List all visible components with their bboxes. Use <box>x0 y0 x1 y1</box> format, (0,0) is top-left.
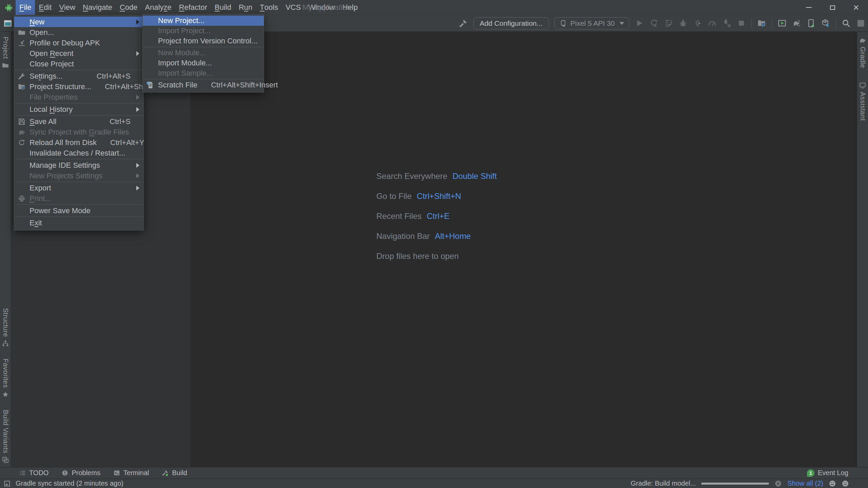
happy-feedback-icon[interactable] <box>829 480 836 487</box>
menu-item-save-all[interactable]: Save AllCtrl+S <box>14 116 143 127</box>
toolwindow-label: TODO <box>29 469 48 477</box>
tool-stripe-button-favorites[interactable]: Favorites <box>2 359 9 398</box>
menu-item-label: Local History <box>29 105 73 114</box>
tool-stripe-button-assistant[interactable]: Assistant <box>859 82 867 121</box>
toolwindow-button-todo[interactable]: TODO <box>19 469 48 477</box>
menu-item-invalidate-caches-restart[interactable]: Invalidate Caches / Restart... <box>14 148 143 158</box>
menubar-item-analyze[interactable]: Analyze <box>141 0 175 15</box>
menu-item-scratch-file[interactable]: Scratch FileCtrl+Alt+Shift+Insert <box>143 80 264 90</box>
tool-stripe-button-build-variants[interactable]: Build Variants <box>2 410 9 464</box>
profile-icon <box>18 39 26 47</box>
menubar-item-navigate[interactable]: Navigate <box>79 0 116 15</box>
build-hammer-icon[interactable] <box>459 19 468 28</box>
menu-item-label: Export <box>29 184 51 192</box>
menu-separator <box>15 182 143 182</box>
attach-debugger-icon[interactable] <box>722 19 731 28</box>
menu-icon-spacer <box>146 69 155 77</box>
apply-code-changes-icon[interactable] <box>693 19 702 28</box>
run-icon[interactable] <box>635 19 644 28</box>
menu-item-print: Print... <box>14 193 143 204</box>
gradle-sync-icon[interactable] <box>792 19 801 28</box>
menu-item-new[interactable]: New <box>14 17 143 27</box>
project-structure-icon <box>18 83 26 91</box>
menu-item-local-history[interactable]: Local History <box>14 104 143 115</box>
device-manager-icon[interactable] <box>807 19 816 28</box>
tool-stripe-button-structure[interactable]: Structure <box>2 308 9 347</box>
profile-icon[interactable] <box>708 19 717 28</box>
minimize-button[interactable] <box>797 0 821 15</box>
shortcut-tip-row: Search EverywhereDouble Shift <box>376 166 497 186</box>
submenu-arrow <box>135 174 139 178</box>
project-structure-icon[interactable] <box>757 19 766 28</box>
menubar-item-run[interactable]: Run <box>235 0 256 15</box>
menu-item-label: Settings... <box>29 72 63 81</box>
menu-item-open[interactable]: Open... <box>14 27 143 38</box>
tip-shortcut: Ctrl+E <box>427 211 449 221</box>
menubar-item-tools[interactable]: Tools <box>256 0 282 15</box>
menubar-item-code[interactable]: Code <box>116 0 141 15</box>
menu-item-label: Project from Version Control... <box>158 37 257 45</box>
menu-item-new-projects-settings: New Projects Settings <box>14 170 143 181</box>
device-selector[interactable]: Pixel 5 API 30 <box>554 17 629 29</box>
toolwindow-button-terminal[interactable]: Terminal <box>113 469 149 477</box>
menu-item-new-project[interactable]: New Project... <box>143 16 264 26</box>
tool-stripe-label: Assistant <box>859 92 867 121</box>
submenu-arrow <box>135 95 139 100</box>
menu-item-label: Scratch File <box>158 81 197 89</box>
menu-item-sync-project-with-gradle-files: Sync Project with Gradle Files <box>14 127 143 137</box>
window-play-icon[interactable] <box>777 19 787 28</box>
menu-item-label: Manage IDE Settings <box>29 161 100 170</box>
tool-stripe-button-gradle[interactable]: Gradle <box>859 37 867 68</box>
toggle-toolwindows-icon[interactable] <box>3 480 11 487</box>
scratch-icon <box>146 81 155 89</box>
menu-item-reload-all-from-disk[interactable]: Reload All from DiskCtrl+Alt+Y <box>14 137 143 148</box>
add-configuration-button[interactable]: Add Configuration... <box>473 17 549 29</box>
elephant-icon <box>859 37 866 44</box>
menu-item-label: New Project... <box>158 16 204 25</box>
menu-item-project-from-version-control[interactable]: Project from Version Control... <box>143 36 264 46</box>
menubar-item-view[interactable]: View <box>55 0 79 15</box>
apply-changes-restart-icon[interactable]: A <box>649 19 658 28</box>
android-studio-window: FileEditViewNavigateCodeAnalyzeRefactorB… <box>0 0 868 488</box>
menu-item-label: File Properties <box>29 93 78 102</box>
menu-item-close-project[interactable]: Close Project <box>14 59 143 69</box>
event-log-button[interactable]: 1 Event Log <box>807 467 848 479</box>
menu-item-import-module[interactable]: Import Module... <box>143 58 264 68</box>
menubar-item-vcs[interactable]: VCS <box>282 0 304 15</box>
menu-item-settings[interactable]: Settings...Ctrl+Alt+S <box>14 71 143 81</box>
sdk-manager-icon[interactable] <box>821 19 830 28</box>
tool-window-icon[interactable] <box>3 19 12 28</box>
run-with-coverage-icon[interactable] <box>664 19 673 28</box>
menu-item-profile-or-debug-apk[interactable]: Profile or Debug APK <box>14 38 143 48</box>
sad-feedback-icon[interactable] <box>842 480 849 487</box>
maximize-button[interactable] <box>821 0 844 15</box>
menubar-item-refactor[interactable]: Refactor <box>175 0 211 15</box>
menu-item-power-save-mode[interactable]: Power Save Mode <box>14 205 143 216</box>
menubar-item-build[interactable]: Build <box>211 0 235 15</box>
search-everywhere-icon[interactable] <box>842 19 851 28</box>
debug-icon[interactable] <box>678 19 688 28</box>
cancel-icon[interactable] <box>774 480 782 487</box>
toolwindow-button-build[interactable]: Build <box>162 469 187 477</box>
menubar-item-file[interactable]: File <box>16 0 35 15</box>
file-menu: NewOpen...Profile or Debug APKOpen Recen… <box>14 15 144 230</box>
toolwindow-button-problems[interactable]: Problems <box>61 469 100 477</box>
close-button[interactable]: × <box>844 0 868 15</box>
show-all-link[interactable]: Show all (2) <box>787 480 823 487</box>
menu-separator <box>15 217 143 217</box>
gradle-task-label: Gradle: Build model... <box>631 480 696 487</box>
menu-icon-spacer <box>18 219 26 227</box>
menu-icon-spacer <box>18 207 26 215</box>
menu-item-open-recent[interactable]: Open Recent <box>14 48 143 59</box>
menu-item-exit[interactable]: Exit <box>14 218 143 228</box>
menubar-item-edit[interactable]: Edit <box>35 0 55 15</box>
tool-stripe-button-project[interactable]: Project <box>2 37 9 69</box>
menu-item-export[interactable]: Export <box>14 183 143 193</box>
shortcut-tips: Search EverywhereDouble ShiftGo to FileC… <box>376 166 497 266</box>
menu-item-project-structure[interactable]: Project Structure...Ctrl+Alt+Shift+S <box>14 81 143 92</box>
menu-item-manage-ide-settings[interactable]: Manage IDE Settings <box>14 160 143 170</box>
stop-icon[interactable] <box>737 19 746 28</box>
gray-square-icon[interactable] <box>856 19 865 28</box>
todo-icon <box>19 469 26 476</box>
toolwindow-label: Build <box>172 469 187 477</box>
